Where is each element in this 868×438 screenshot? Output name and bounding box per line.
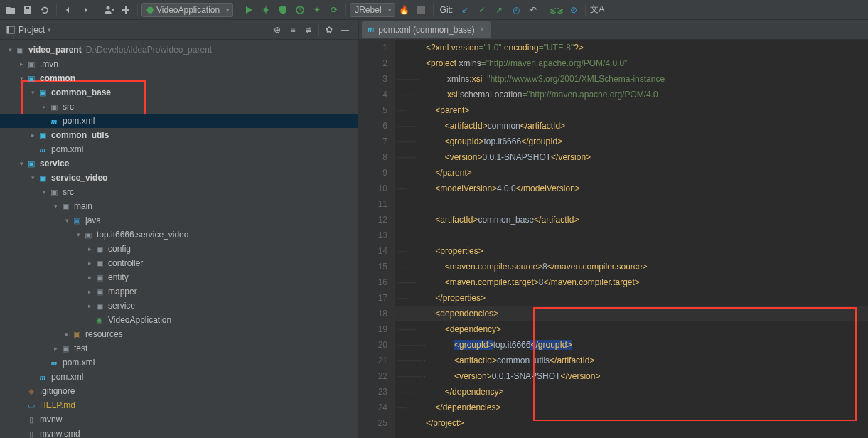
translate-icon[interactable]: 文A [589,2,605,18]
main-area: Project ▾ ⊕ ≡ ≢ ✿ — ▾▣video_parentD:\Dev… [0,20,868,438]
tree-gitignore[interactable]: ◆.gitignore [0,384,358,398]
tree-entity[interactable]: ▸▣entity [0,270,358,284]
save-icon[interactable] [20,2,36,18]
git-history-icon[interactable]: ◴ [508,2,524,18]
separator [433,4,434,16]
main-toolbar: ▾ ⬣VideoApplication ✦ ⟳ JRebel 🔥 Git: ↙ … [0,0,868,20]
tree-config[interactable]: ▸▣config [0,242,358,256]
avatar-icon[interactable]: ▾ [101,2,117,18]
svg-rect-3 [417,6,425,14]
jrebel-combo[interactable]: JRebel [350,3,395,17]
run-config-label: VideoApplication [156,5,220,15]
tree-pom4[interactable]: mpom.xml [0,370,358,384]
editor-tabs: m pom.xml (common_base) ✕ [359,20,868,40]
hotswap-icon[interactable]: ⟳ [326,2,342,18]
git-label: Git: [440,5,454,15]
tree-common-base[interactable]: ▾▣common_base [0,85,358,100]
tree-java[interactable]: ▾▣java [0,213,358,228]
profile2-icon[interactable]: ✦ [309,2,325,18]
tree-mvnwcmd[interactable]: ▯mvnw.cmd [0,427,358,438]
code-area[interactable]: 1234567891011121314151617181920212223242… [359,40,868,438]
svg-point-0 [107,6,110,9]
target-icon[interactable]: ⊕ [269,22,285,38]
refresh-icon[interactable] [37,2,53,18]
project-sidebar: Project ▾ ⊕ ≡ ≢ ✿ — ▾▣video_parentD:\Dev… [0,20,359,438]
tree-mapper[interactable]: ▸▣mapper [0,284,358,299]
run-icon[interactable] [241,2,257,18]
jrebel-icon[interactable]: 🔥 [397,2,412,18]
editor-area: m pom.xml (common_base) ✕ 12345678910111… [359,20,868,438]
project-tree[interactable]: ▾▣video_parentD:\Develop\IdeaPro\video_p… [0,40,358,438]
collapse-icon[interactable]: ≢ [301,22,316,38]
tree-pom1[interactable]: mpom.xml [0,114,358,128]
tree-pom2[interactable]: mpom.xml [0,142,358,156]
tree-pkg[interactable]: ▾▣top.it6666.service_video [0,228,358,242]
separator [137,4,138,16]
tree-common-utils[interactable]: ▸▣common_utils [0,128,358,142]
tree-root[interactable]: ▾▣video_parentD:\Develop\IdeaPro\video_p… [0,43,358,57]
code-content[interactable]: <?xml version="1.0" encoding="UTF-8"?> <… [395,40,868,438]
back-icon[interactable] [60,2,76,18]
tree-src1[interactable]: ▸▣src [0,100,358,114]
coverage-icon[interactable] [275,2,291,18]
expand-icon[interactable]: ≡ [285,22,301,38]
editor-tab[interactable]: m pom.xml (common_base) ✕ [362,21,491,38]
tree-controller[interactable]: ▸▣controller [0,256,358,270]
separator [237,4,237,16]
profile-icon[interactable] [292,2,308,18]
project-tab[interactable]: Project ▾ [6,25,51,35]
svg-rect-5 [7,26,9,33]
tree-service[interactable]: ▾▣service [0,156,358,171]
chart-icon[interactable]: ⫹⫺ [549,2,564,18]
open-icon[interactable] [3,2,18,18]
settings-icon[interactable]: ✿ [321,22,337,38]
add-icon[interactable] [118,2,134,18]
git-update-icon[interactable]: ↙ [457,2,473,18]
separator [56,4,57,16]
tree-help[interactable]: ▭HELP.md [0,398,358,412]
tree-pom3[interactable]: mpom.xml [0,356,358,370]
tab-label: pom.xml (common_base) [378,25,474,35]
gutter: 1234567891011121314151617181920212223242… [359,40,395,438]
git-revert-icon[interactable]: ↶ [525,2,541,18]
git-push-icon[interactable]: ↗ [491,2,507,18]
separator [545,4,545,16]
separator [97,4,97,16]
tree-main[interactable]: ▾▣main [0,199,358,213]
tree-mvn[interactable]: ▸▣.mvn [0,57,358,71]
tree-videoapp[interactable]: ◉VideoApplication [0,313,358,327]
sidebar-header: Project ▾ ⊕ ≡ ≢ ✿ — [0,20,358,40]
separator [345,4,346,16]
tree-common[interactable]: ▾▣common [0,71,358,85]
separator [318,24,319,36]
stop-icon[interactable] [414,2,429,18]
separator [585,4,586,16]
svg-point-1 [264,8,268,12]
hide-icon[interactable]: — [337,22,353,38]
git-commit-icon[interactable]: ✓ [474,2,490,18]
tree-mvnw[interactable]: ▯mvnw [0,412,358,427]
tree-service-video[interactable]: ▾▣service_video [0,171,358,185]
sidebar-title: Project [18,25,45,35]
close-icon[interactable]: ✕ [479,26,485,33]
stop2-icon[interactable]: ⊘ [566,2,582,18]
tree-service-pkg[interactable]: ▸▣service [0,299,358,313]
tree-resources[interactable]: ▸▣resources [0,327,358,341]
tree-src2[interactable]: ▾▣src [0,185,358,199]
run-config-combo[interactable]: ⬣VideoApplication [141,3,233,17]
debug-icon[interactable] [258,2,274,18]
tree-test[interactable]: ▸▣test [0,341,358,356]
jrebel-label: JRebel [355,5,381,15]
forward-icon[interactable] [77,2,93,18]
